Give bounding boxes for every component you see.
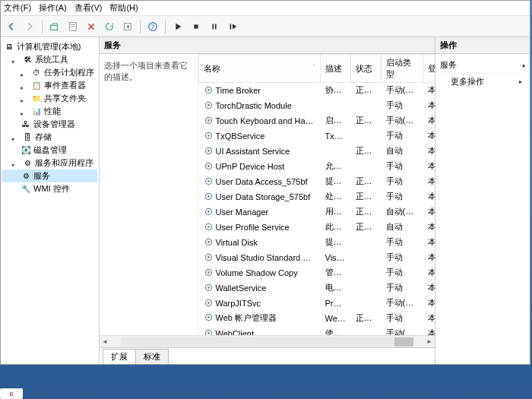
service-logon: 本	[423, 311, 435, 326]
gear-icon	[204, 313, 216, 322]
service-status	[351, 250, 382, 265]
scroll-right-arrow[interactable]: ►	[424, 337, 435, 347]
service-row[interactable]: User Profile Service此服...正在...自动本	[199, 220, 435, 235]
actions-more[interactable]: 更多操作▸	[440, 74, 525, 90]
up-button[interactable]	[46, 18, 63, 35]
services-list-wrap[interactable]: 名称 ˇ 描述 状态 启动类型 登 Time Broker协调...正在...手…	[198, 54, 435, 335]
service-row[interactable]: Visual Studio Standard Coll...Visu...手动本	[199, 250, 435, 265]
service-status	[351, 265, 382, 280]
service-row[interactable]: User Manager用户...正在...自动(触发...本	[199, 204, 435, 220]
tree-task-scheduler[interactable]: ⏱任务计划程序	[2, 66, 97, 79]
col-logon-header[interactable]: 登	[423, 55, 435, 83]
forward-button[interactable]	[21, 18, 38, 35]
service-status: 正在...	[351, 220, 382, 235]
tree-label: 事件查看器	[44, 80, 86, 91]
menu-action[interactable]: 操作(A)	[39, 2, 67, 14]
service-row[interactable]: WalletService电子...手动本	[199, 280, 435, 296]
col-name-header[interactable]: 名称 ˇ	[199, 55, 321, 83]
service-row[interactable]: TorchDrastic Module手动本	[199, 98, 435, 113]
start-button[interactable]	[169, 18, 186, 35]
tree-event-viewer[interactable]: 📋事件查看器	[2, 79, 97, 92]
scroll-left-arrow[interactable]: ◄	[100, 337, 110, 347]
restart-button[interactable]	[224, 18, 241, 35]
col-status-header[interactable]: 状态	[351, 55, 382, 83]
service-desc: 处理...	[321, 189, 351, 204]
tree-services[interactable]: ⚙服务	[2, 169, 97, 182]
svg-rect-10	[230, 24, 232, 29]
tree-label: 存储	[35, 131, 52, 143]
share-icon: 📁	[31, 93, 42, 104]
properties-button[interactable]	[65, 18, 81, 35]
description-pane: 选择一个项目来查看它的描述。	[100, 54, 198, 335]
help-button[interactable]: ?	[144, 18, 161, 35]
gear-icon	[204, 207, 216, 217]
service-row[interactable]: TxQBServiceTxQ...手动本	[199, 128, 435, 144]
svg-point-26	[207, 195, 210, 198]
tree-label: 磁盘管理	[33, 144, 67, 156]
service-status: 正在...	[351, 311, 382, 326]
center-title: 服务	[100, 37, 435, 54]
service-startup: 手动(触发...	[382, 296, 423, 311]
actions-heading-services[interactable]: 服务▴	[440, 57, 525, 74]
service-name: UPnP Device Host	[216, 162, 285, 171]
scrollbar-track[interactable]	[121, 337, 413, 347]
tree-shared-folders[interactable]: 📁共享文件夹	[2, 92, 97, 105]
service-logon: 本	[423, 280, 435, 296]
service-logon: 本	[423, 220, 435, 235]
apps-icon: ⚙	[22, 158, 33, 169]
service-name: User Data Access_575bf	[216, 177, 308, 186]
service-desc: 协调...	[321, 83, 351, 98]
tab-extended[interactable]: 扩展	[103, 349, 136, 364]
service-row[interactable]: WebClient使基...手动(触发...本	[199, 326, 435, 336]
svg-rect-0	[51, 25, 58, 30]
tree-root[interactable]: 🖥计算机管理(本地)	[2, 40, 97, 53]
export-button[interactable]	[119, 18, 136, 35]
delete-button[interactable]	[83, 18, 100, 35]
service-row[interactable]: Virtual Disk提供...手动本	[199, 235, 435, 250]
service-startup: 手动	[382, 235, 423, 250]
tree-storage[interactable]: 🗄存储	[2, 131, 97, 144]
service-row[interactable]: UPnP Device Host允许...手动本	[199, 159, 435, 174]
service-row[interactable]: Volume Shadow Copy管理...手动本	[199, 265, 435, 280]
tree-device-manager[interactable]: 🖧设备管理器	[2, 118, 97, 131]
back-button[interactable]	[3, 18, 20, 35]
service-row[interactable]: UI Assistant Service正在...自动本	[199, 144, 435, 159]
svg-point-18	[207, 135, 210, 137]
service-name: Time Broker	[216, 86, 261, 95]
caret-icon	[21, 82, 27, 89]
tree-system-tools[interactable]: 🛠系统工具	[2, 53, 97, 66]
stop-button[interactable]	[188, 18, 204, 35]
menu-help[interactable]: 帮助(H)	[109, 2, 138, 14]
tree-disk-management[interactable]: 💽磁盘管理	[2, 144, 97, 157]
scrollbar-thumb[interactable]	[394, 337, 413, 347]
toolbar-separator	[165, 20, 166, 33]
service-startup: 自动	[382, 220, 423, 235]
service-name: WarpJITSvc	[216, 299, 261, 308]
service-row[interactable]: Web 帐户管理器Web...正在...手动本	[199, 311, 435, 326]
service-row[interactable]: WarpJITSvcProvi...手动(触发...本	[199, 296, 435, 311]
refresh-button[interactable]	[101, 18, 118, 35]
service-desc: 管理...	[321, 265, 351, 280]
service-status	[351, 98, 382, 113]
service-status: 正在...	[351, 83, 382, 98]
service-row[interactable]: Time Broker协调...正在...手动(触发...本	[199, 83, 435, 98]
pause-button[interactable]	[206, 18, 223, 35]
tree-pane[interactable]: 🖥计算机管理(本地) 🛠系统工具 ⏱任务计划程序 📋事件查看器 📁共享文件夹 📊…	[1, 37, 100, 364]
col-startup-header[interactable]: 启动类型	[382, 55, 423, 83]
tree-performance[interactable]: 📊性能	[2, 105, 97, 118]
menu-view[interactable]: 查看(V)	[74, 2, 103, 14]
svg-text:?: ?	[150, 21, 154, 30]
menu-file[interactable]: 文件(F)	[4, 2, 31, 14]
service-row[interactable]: User Data Storage_575bf处理...正在...手动本	[199, 189, 435, 204]
service-status	[351, 235, 382, 250]
tree-wmi[interactable]: 🔧WMI 控件	[2, 182, 97, 195]
col-desc-header[interactable]: 描述	[321, 55, 351, 83]
tree-services-apps[interactable]: ⚙服务和应用程序	[2, 157, 97, 169]
tree-label: 系统工具	[35, 54, 68, 65]
horizontal-scrollbar[interactable]: ◄ ►	[100, 335, 435, 347]
service-row[interactable]: Touch Keyboard and Hand...启用...正在...手动(触…	[199, 113, 435, 128]
caret-icon	[11, 56, 18, 63]
tab-standard[interactable]: 标准	[135, 349, 169, 364]
service-row[interactable]: User Data Access_575bf提供...正在...手动本	[199, 174, 435, 189]
tree-label: 设备管理器	[33, 119, 75, 130]
